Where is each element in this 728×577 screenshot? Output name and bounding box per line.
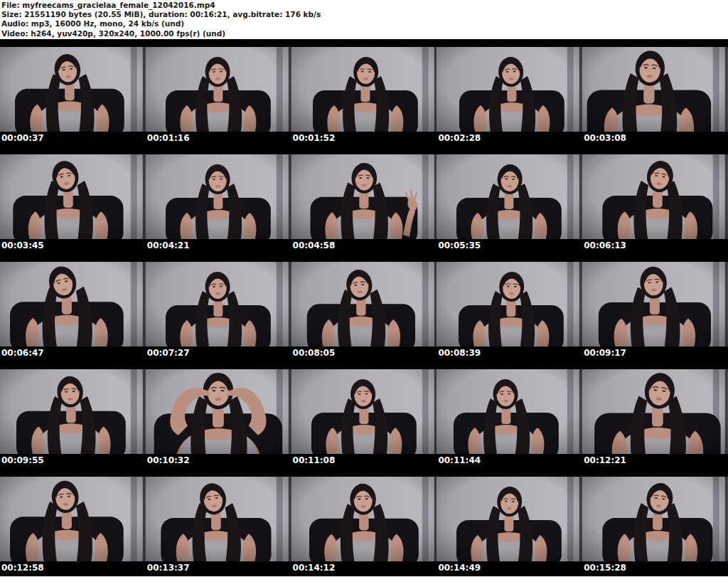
- video-still: [291, 147, 437, 239]
- timestamp-bar: 00:05:35: [437, 239, 582, 254]
- timestamp-bar: 00:01:52: [291, 132, 437, 147]
- timestamp-bar: 00:02:28: [437, 132, 582, 147]
- thumbnail-sheet: File: myfreecams_gracielaa_female_120420…: [0, 0, 728, 577]
- video-still: [146, 469, 291, 561]
- thumbnail-cell: 00:09:17: [582, 254, 728, 361]
- video-info-line: Video: h264, yuv420p, 320x240, 1000.00 f…: [1, 29, 728, 38]
- video-frame-image: [0, 47, 146, 132]
- video-frame-image: [291, 369, 437, 454]
- video-still: [437, 39, 582, 132]
- thumbnail-cell: 00:08:39: [437, 254, 582, 361]
- timestamp-bar: 00:12:58: [0, 561, 146, 576]
- video-frame-image: [0, 369, 146, 454]
- timestamp-bar: 00:03:45: [0, 239, 146, 254]
- video-frame-image: [582, 154, 728, 239]
- media-info-header: File: myfreecams_gracielaa_female_120420…: [0, 0, 728, 39]
- timestamp-bar: 00:15:28: [582, 561, 728, 576]
- video-still: [437, 147, 582, 239]
- timestamp-label: 00:07:27: [147, 348, 190, 358]
- timestamp-bar: 00:14:12: [291, 561, 437, 576]
- video-still: [0, 39, 146, 132]
- video-still: [437, 361, 582, 454]
- thumbnail-cell: 00:12:21: [582, 361, 728, 469]
- thumbnail-grid: 00:00:37 00:01:1: [0, 39, 728, 576]
- thumbnail-cell: 00:01:16: [146, 39, 291, 147]
- video-still: [582, 254, 728, 346]
- video-still: [0, 254, 146, 346]
- thumbnail-cell: 00:06:47: [0, 254, 146, 361]
- video-frame-image: [0, 154, 146, 239]
- thumbnail-cell: 00:03:08: [582, 39, 728, 147]
- video-frame-image: [582, 262, 728, 346]
- timestamp-label: 00:06:47: [1, 348, 44, 358]
- timestamp-label: 00:03:45: [1, 240, 44, 250]
- timestamp-label: 00:14:12: [293, 563, 336, 573]
- video-still: [437, 469, 582, 561]
- video-still: [146, 39, 291, 132]
- timestamp-bar: 00:06:47: [0, 346, 146, 361]
- video-still: [0, 361, 146, 454]
- video-frame-image: [146, 262, 291, 346]
- timestamp-bar: 00:08:05: [291, 346, 437, 361]
- timestamp-bar: 00:10:32: [146, 454, 291, 469]
- video-frame-image: [146, 477, 291, 561]
- timestamp-label: 00:05:35: [438, 240, 481, 250]
- thumbnail-cell: 00:12:58: [0, 469, 146, 576]
- thumbnail-cell: 00:07:27: [146, 254, 291, 361]
- thumbnail-cell: 00:04:58: [291, 147, 437, 254]
- thumbnail-cell: 00:14:49: [437, 469, 582, 576]
- thumbnail-cell: 00:01:52: [291, 39, 437, 147]
- thumbnail-cell: 00:00:37: [0, 39, 146, 147]
- video-still: [437, 254, 582, 346]
- video-frame-image: [0, 262, 146, 346]
- video-still: [582, 361, 728, 454]
- video-frame-image: [146, 47, 291, 132]
- thumbnail-cell: 00:10:32: [146, 361, 291, 469]
- timestamp-label: 00:12:58: [1, 563, 44, 573]
- timestamp-label: 00:03:08: [584, 133, 626, 143]
- video-frame-image: [437, 262, 582, 346]
- timestamp-bar: 00:11:08: [291, 454, 437, 469]
- video-still: [291, 361, 437, 454]
- timestamp-bar: 00:03:08: [582, 132, 728, 147]
- audio-info-line: Audio: mp3, 16000 Hz, mono, 24 kb/s (und…: [1, 19, 728, 28]
- video-still: [291, 254, 437, 346]
- timestamp-label: 00:04:21: [147, 240, 190, 250]
- timestamp-label: 00:11:44: [438, 455, 481, 465]
- video-still: [0, 469, 146, 561]
- video-frame-image: [291, 154, 437, 239]
- thumbnail-cell: 00:11:44: [437, 361, 582, 469]
- timestamp-bar: 00:13:37: [146, 561, 291, 576]
- timestamp-label: 00:06:13: [584, 240, 626, 250]
- video-frame-image: [582, 47, 728, 132]
- timestamp-bar: 00:09:55: [0, 454, 146, 469]
- thumbnail-cell: 00:13:37: [146, 469, 291, 576]
- video-frame-image: [291, 477, 437, 561]
- video-frame-image: [582, 369, 728, 454]
- timestamp-label: 00:09:55: [1, 455, 44, 465]
- video-frame-image: [291, 47, 437, 132]
- video-frame-image: [437, 477, 582, 561]
- timestamp-bar: 00:09:17: [582, 346, 728, 361]
- timestamp-bar: 00:04:58: [291, 239, 437, 254]
- timestamp-bar: 00:12:21: [582, 454, 728, 469]
- timestamp-bar: 00:04:21: [146, 239, 291, 254]
- timestamp-label: 00:13:37: [147, 563, 190, 573]
- thumbnail-cell: 00:05:35: [437, 147, 582, 254]
- size-info-line: Size: 21551190 bytes (20.55 MiB), durati…: [1, 10, 728, 19]
- video-still: [582, 469, 728, 561]
- timestamp-label: 00:14:49: [438, 563, 481, 573]
- video-still: [146, 361, 291, 454]
- timestamp-bar: 00:08:39: [437, 346, 582, 361]
- video-still: [291, 39, 437, 132]
- timestamp-label: 00:09:17: [584, 348, 626, 358]
- timestamp-label: 00:01:16: [147, 133, 190, 143]
- video-frame-image: [146, 369, 291, 454]
- thumbnail-cell: 00:03:45: [0, 147, 146, 254]
- video-still: [146, 254, 291, 346]
- video-frame-image: [291, 262, 437, 346]
- video-frame-image: [582, 477, 728, 561]
- file-info-line: File: myfreecams_gracielaa_female_120420…: [1, 1, 728, 10]
- timestamp-bar: 00:06:13: [582, 239, 728, 254]
- thumbnail-cell: 00:06:13: [582, 147, 728, 254]
